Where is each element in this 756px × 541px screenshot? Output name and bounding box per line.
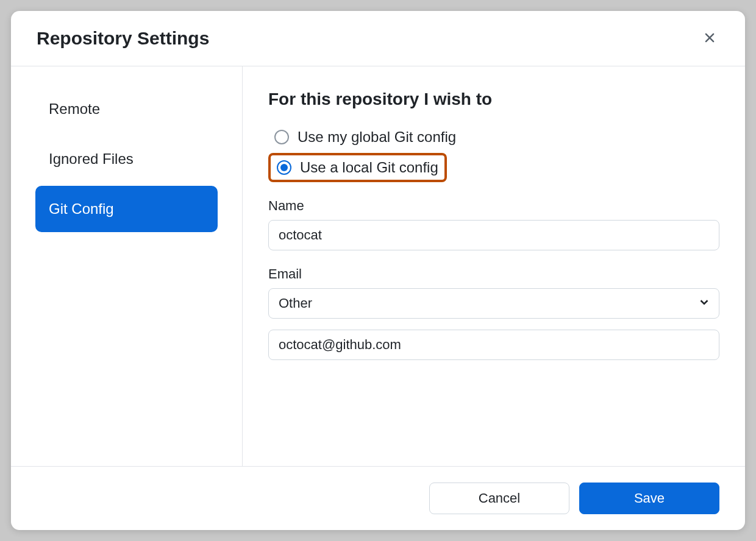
close-button[interactable]	[700, 29, 719, 48]
sidebar-item-remote[interactable]: Remote	[35, 86, 218, 132]
email-label: Email	[268, 266, 719, 282]
radio-label: Use my global Git config	[298, 129, 456, 146]
radio-global-git-config[interactable]: Use my global Git config	[268, 124, 719, 150]
sidebar-item-label: Remote	[49, 101, 100, 117]
name-label: Name	[268, 198, 719, 214]
email-input-wrap	[268, 330, 719, 360]
email-select-value: Other	[279, 295, 312, 311]
radio-icon	[277, 160, 291, 175]
email-select-wrap: Other	[268, 288, 719, 319]
modal-header: Repository Settings	[11, 11, 745, 66]
email-select[interactable]: Other	[268, 288, 719, 319]
radio-label: Use a local Git config	[300, 159, 438, 176]
settings-content: For this repository I wish to Use my glo…	[243, 66, 745, 466]
sidebar-item-git-config[interactable]: Git Config	[35, 186, 218, 232]
email-input[interactable]	[268, 330, 719, 360]
settings-sidebar: Remote Ignored Files Git Config	[11, 66, 243, 466]
content-heading: For this repository I wish to	[268, 90, 719, 109]
radio-local-git-config[interactable]: Use a local Git config	[268, 153, 447, 182]
sidebar-item-ignored-files[interactable]: Ignored Files	[35, 136, 218, 182]
modal-footer: Cancel Save	[11, 466, 745, 530]
sidebar-item-label: Git Config	[49, 200, 114, 217]
email-field-group: Email Other	[268, 266, 719, 360]
save-button[interactable]: Save	[579, 483, 719, 514]
sidebar-item-label: Ignored Files	[49, 150, 134, 167]
cancel-button[interactable]: Cancel	[429, 483, 569, 514]
modal-title: Repository Settings	[37, 28, 209, 49]
settings-modal: Repository Settings Remote Ignored Files…	[11, 11, 745, 530]
name-field-group: Name	[268, 198, 719, 250]
radio-icon	[274, 130, 289, 144]
modal-body: Remote Ignored Files Git Config For this…	[11, 66, 745, 466]
close-icon	[702, 30, 718, 48]
name-input[interactable]	[268, 220, 719, 250]
